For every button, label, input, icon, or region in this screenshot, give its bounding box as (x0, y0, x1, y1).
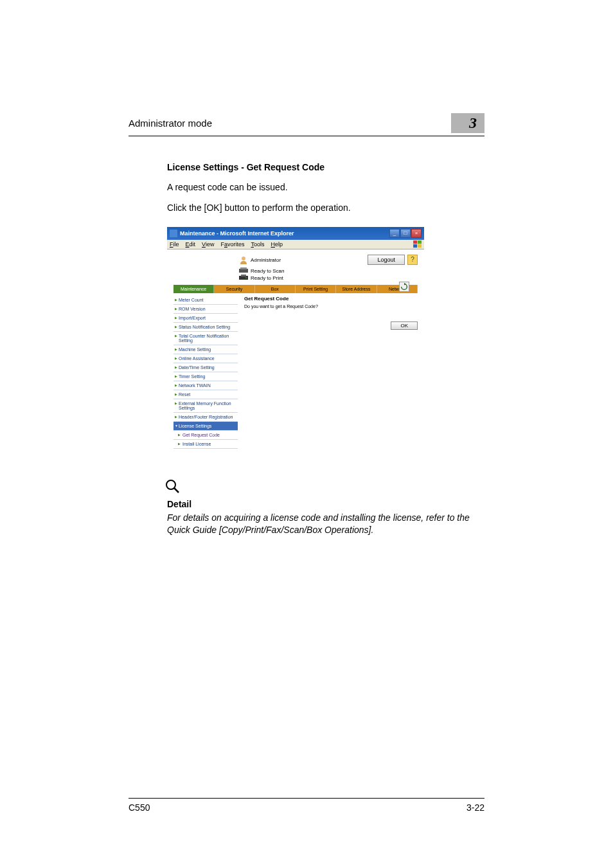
sidebar-item-machine-setting[interactable]: Machine Setting (173, 345, 238, 354)
page-header: Administrator mode 3 (129, 113, 484, 136)
browser-content: Administrator Logout ? Ready to Scan Rea… (167, 249, 424, 455)
sidebar-item-total-counter[interactable]: Total Counter Notification Setting (173, 332, 238, 345)
sidebar: Meter Count ROM Version Import/Export St… (173, 296, 238, 449)
detail-heading: Detail (167, 499, 484, 509)
maximize-button[interactable]: □ (400, 229, 411, 238)
detail-section: Detail For details on acquiring a licens… (167, 478, 484, 536)
sidebar-item-meter-count[interactable]: Meter Count (173, 296, 238, 305)
menu-help[interactable]: Help (271, 241, 283, 248)
body-line-1: A request code can be issued. (167, 181, 484, 194)
sidebar-item-timer[interactable]: Timer Setting (173, 372, 238, 381)
menu-favorites[interactable]: Favorites (220, 241, 244, 248)
content-question: Do you want to get a Request Code? (244, 304, 418, 309)
page-footer: C550 3-22 (129, 798, 484, 813)
menu-view[interactable]: View (202, 241, 214, 248)
minimize-button[interactable]: _ (389, 229, 400, 238)
svg-rect-1 (418, 240, 422, 244)
header-title: Administrator mode (129, 118, 212, 129)
sidebar-item-network-twain[interactable]: Network TWAIN (173, 381, 238, 390)
menu-tools[interactable]: Tools (251, 241, 264, 248)
svg-rect-0 (413, 240, 417, 244)
svg-rect-8 (241, 275, 246, 276)
content-heading: Get Request Code (244, 296, 418, 302)
chapter-number: 3 (451, 113, 484, 133)
svg-rect-2 (413, 244, 417, 248)
svg-rect-6 (240, 267, 247, 269)
sidebar-item-rom-version[interactable]: ROM Version (173, 305, 238, 314)
tab-network[interactable]: Network (377, 285, 418, 293)
status-print: Ready to Print (239, 275, 418, 281)
sidebar-item-datetime[interactable]: Date/Time Setting (173, 363, 238, 372)
body-line-2: Click the [OK] button to perform the ope… (167, 202, 484, 215)
svg-rect-3 (418, 244, 422, 248)
admin-label: Administrator (239, 255, 281, 264)
svg-point-9 (245, 277, 247, 278)
menu-file[interactable]: File (170, 241, 179, 248)
tab-box[interactable]: Box (255, 285, 296, 293)
tab-security[interactable]: Security (214, 285, 254, 293)
tab-row: Maintenance Security Box Print Setting S… (173, 285, 418, 293)
svg-point-4 (242, 257, 245, 260)
help-button[interactable]: ? (407, 255, 418, 265)
refresh-button[interactable] (399, 282, 409, 292)
sidebar-item-install-license[interactable]: Install License (173, 440, 238, 449)
menu-edit[interactable]: Edit (186, 241, 196, 248)
sidebar-item-reset[interactable]: Reset (173, 390, 238, 399)
close-button[interactable]: × (411, 229, 422, 238)
sidebar-item-import-export[interactable]: Import/Export (173, 314, 238, 323)
tab-store-address[interactable]: Store Address (336, 285, 377, 293)
window-title: Maintenance - Microsoft Internet Explore… (180, 230, 389, 237)
footer-page: 3-22 (466, 802, 484, 813)
tab-print-setting[interactable]: Print Setting (296, 285, 336, 293)
sidebar-item-header-footer[interactable]: Header/Footer Registration (173, 413, 238, 422)
tab-maintenance[interactable]: Maintenance (173, 285, 214, 293)
section-title: License Settings - Get Request Code (167, 162, 484, 172)
svg-line-11 (174, 488, 179, 493)
menubar: File Edit View Favorites Tools Help (167, 240, 424, 249)
screenshot-window: Maintenance - Microsoft Internet Explore… (167, 227, 424, 455)
sidebar-item-online-assistance[interactable]: Online Assistance (173, 354, 238, 363)
detail-text: For details on acquiring a license code … (167, 512, 484, 536)
scanner-icon (239, 267, 248, 274)
status-scan: Ready to Scan (239, 267, 418, 274)
sidebar-item-external-memory[interactable]: External Memory Function Settings (173, 399, 238, 413)
sidebar-item-license-settings[interactable]: License Settings (173, 422, 238, 431)
logout-button[interactable]: Logout (368, 255, 405, 265)
sidebar-item-status-notification[interactable]: Status Notification Setting (173, 323, 238, 332)
footer-model: C550 (129, 802, 150, 813)
admin-user-icon (239, 255, 248, 264)
main-content: Get Request Code Do you want to get a Re… (238, 296, 418, 449)
svg-point-10 (166, 480, 175, 489)
magnifier-icon (164, 478, 181, 495)
sidebar-item-get-request-code[interactable]: Get Request Code (173, 431, 238, 440)
window-titlebar: Maintenance - Microsoft Internet Explore… (167, 227, 424, 240)
ok-button[interactable]: OK (391, 321, 418, 330)
ie-icon (170, 230, 177, 237)
windows-logo-icon (413, 240, 422, 248)
printer-icon (239, 275, 248, 281)
